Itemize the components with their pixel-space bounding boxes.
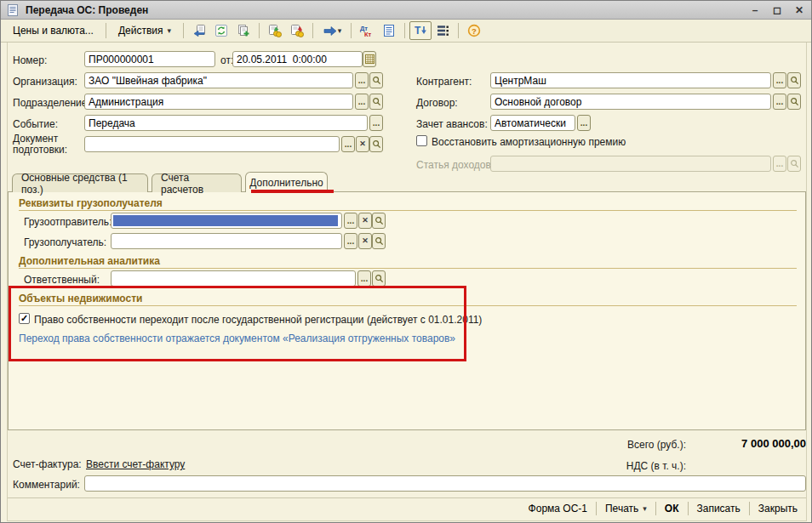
shipper-open-button[interactable]	[372, 213, 386, 229]
document-structure-icon[interactable]	[432, 21, 454, 40]
window-title: Передача ОС: Проведен	[26, 4, 148, 16]
realty-ownership-checkbox[interactable]: ✓	[19, 313, 30, 324]
department-label: Подразделение:	[13, 97, 90, 109]
toolbar: Цены и валюта... Действия ▾	[1, 20, 811, 43]
comment-input[interactable]	[84, 475, 806, 492]
prices-currency-button[interactable]: Цены и валюта...	[5, 21, 101, 40]
document-icon	[6, 3, 20, 17]
calendar-button[interactable]	[363, 51, 376, 67]
consignee-select-button[interactable]: ...	[344, 233, 357, 249]
prep-document-open-button[interactable]	[369, 136, 383, 152]
help-icon[interactable]: ?	[463, 21, 485, 40]
copy-document-icon[interactable]	[232, 21, 254, 40]
title-bar: Передача ОС: Проведен – ◻ ✕	[1, 1, 811, 20]
document-window: Передача ОС: Проведен – ◻ ✕ Цены и валют…	[0, 0, 812, 523]
contract-input[interactable]	[490, 94, 771, 110]
prep-document-clear-button[interactable]: ✕	[356, 136, 369, 152]
prep-document-select-button[interactable]: ...	[341, 136, 355, 152]
footer-button-bar: Форма ОС-1 Печать ▾ ОК Записать Закрыть	[520, 500, 806, 517]
advance-offset-input[interactable]	[490, 115, 575, 131]
comment-label: Комментарий:	[13, 479, 80, 491]
magnifier-icon	[790, 76, 799, 85]
income-item-open-button	[787, 156, 801, 172]
responsible-input[interactable]	[111, 270, 356, 287]
invoice-label: Счет-фактура:	[13, 458, 82, 470]
number-input[interactable]	[84, 51, 215, 67]
maximize-button[interactable]: ◻	[770, 3, 784, 18]
responsible-open-button[interactable]	[372, 270, 386, 287]
contract-open-button[interactable]	[787, 94, 801, 110]
advance-offset-label: Зачет авансов:	[416, 118, 488, 130]
counterparty-input[interactable]	[490, 72, 771, 88]
tab-settlement-accounts[interactable]: Счета расчетов	[152, 173, 242, 192]
consignee-input[interactable]	[111, 233, 342, 249]
write-document-icon[interactable]	[188, 21, 210, 40]
write-button[interactable]: Записать	[689, 500, 749, 517]
selection-highlight	[113, 215, 338, 226]
ok-button[interactable]: ОК	[656, 500, 688, 517]
analytics-section-header: Дополнительная аналитика	[19, 255, 160, 267]
prep-document-input[interactable]	[84, 136, 340, 152]
organization-open-button[interactable]	[369, 72, 383, 88]
enter-invoice-link[interactable]: Ввести счет-фактуру	[86, 458, 185, 470]
consignee-clear-button[interactable]: ✕	[358, 233, 372, 249]
restore-premium-checkbox[interactable]	[416, 135, 427, 146]
magnifier-icon	[372, 139, 381, 149]
based-on-dropdown-icon: ▾	[338, 26, 342, 35]
tab-fixed-assets[interactable]: Основные средства (1 поз.)	[12, 173, 148, 192]
minimize-button[interactable]: –	[748, 3, 762, 18]
event-label: Событие:	[13, 118, 58, 130]
total-value: 7 000 000,00	[695, 437, 806, 450]
create-based-on-icon[interactable]: ▾	[317, 21, 346, 40]
consignee-label: Грузополучатель:	[24, 236, 106, 248]
shipper-clear-button[interactable]: ✕	[358, 213, 372, 229]
consignee-open-button[interactable]	[372, 233, 386, 249]
event-input[interactable]	[84, 115, 368, 131]
actions-button[interactable]: Действия ▾	[111, 21, 179, 40]
income-item-select-button: ...	[773, 156, 786, 172]
contract-select-button[interactable]: ...	[773, 94, 786, 110]
print-button[interactable]: Печать ▾	[597, 500, 655, 517]
department-open-button[interactable]	[369, 94, 383, 110]
shipper-label: Грузоотправитель:	[24, 216, 112, 228]
magnifier-icon	[375, 216, 384, 225]
department-select-button[interactable]: ...	[355, 94, 369, 110]
organization-select-button[interactable]: ...	[355, 72, 369, 88]
red-underline-annotation	[251, 190, 334, 193]
shipper-select-button[interactable]: ...	[344, 213, 357, 229]
responsible-select-button[interactable]: ...	[357, 270, 371, 287]
counterparty-select-button[interactable]: ...	[773, 72, 786, 88]
organization-input[interactable]	[84, 72, 353, 88]
unpost-document-icon[interactable]	[286, 21, 308, 40]
show-postings-icon[interactable]: Дт Кт	[356, 21, 378, 40]
document-journal-icon[interactable]	[378, 21, 400, 40]
date-label: от:	[220, 54, 233, 66]
svg-text:Кт: Кт	[364, 31, 372, 37]
magnifier-icon	[375, 236, 384, 246]
calendar-icon	[365, 54, 375, 64]
magnifier-icon	[372, 76, 381, 85]
date-input[interactable]	[232, 51, 363, 67]
advance-offset-select-button[interactable]: ...	[577, 115, 591, 131]
section-divider	[19, 305, 797, 306]
event-select-button[interactable]: ...	[369, 115, 383, 131]
magnifier-icon	[375, 274, 384, 283]
close-button[interactable]: ✕	[792, 3, 806, 18]
income-item-input	[490, 156, 771, 172]
check-icon: ✓	[20, 314, 28, 323]
department-input[interactable]	[84, 94, 353, 110]
toolbar-separator	[404, 23, 405, 38]
close-form-button[interactable]: Закрыть	[750, 500, 806, 517]
number-label: Номер:	[13, 54, 47, 66]
counterparty-open-button[interactable]	[787, 72, 801, 88]
toolbar-separator	[312, 23, 313, 38]
shipper-input[interactable]	[111, 213, 342, 229]
reread-document-icon[interactable]	[210, 21, 232, 40]
posting-mode-icon[interactable]: Т	[409, 21, 432, 40]
realty-transfer-note: Переход права собственности отражается д…	[19, 333, 455, 344]
toolbar-separator	[351, 23, 352, 38]
income-item-label: Статья доходов:	[416, 159, 494, 171]
form-os1-button[interactable]: Форма ОС-1	[520, 500, 596, 517]
realty-ownership-label: Право собственности переходит после госу…	[34, 314, 482, 326]
post-document-icon[interactable]	[264, 21, 286, 40]
